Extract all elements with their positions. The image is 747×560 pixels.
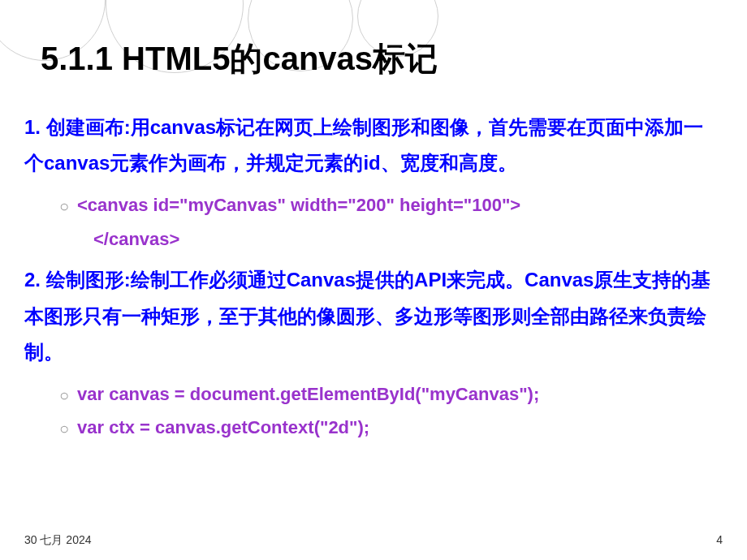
bullet-icon: ○ — [59, 413, 69, 444]
section1-code-line1: ○ <canvas id="myCanvas" width="200" heig… — [77, 188, 723, 222]
slide-content: 5.1.1 HTML5的canvas标记 1. 创建画布:用canvas标记在网… — [0, 0, 747, 461]
bullet-icon: ○ — [59, 380, 69, 411]
slide-footer: 30 七月 2024 4 — [24, 533, 723, 548]
section1-code-line2: </canvas> — [93, 222, 723, 256]
code-text: var canvas = document.getElementById("my… — [77, 384, 539, 404]
footer-date: 30 七月 2024 — [24, 533, 92, 548]
bullet-icon: ○ — [59, 191, 69, 222]
code-text: var ctx = canvas.getContext("2d"); — [77, 417, 369, 437]
section2-text: 2. 绘制图形:绘制工作必须通过Canvas提供的API来完成。Canvas原生… — [24, 262, 723, 370]
section2-code-line1: ○ var canvas = document.getElementById("… — [77, 377, 723, 411]
section2-code-line2: ○ var ctx = canvas.getContext("2d"); — [77, 411, 723, 445]
footer-page-number: 4 — [716, 533, 723, 548]
section1-text: 1. 创建画布:用canvas标记在网页上绘制图形和图像，首先需要在页面中添加一… — [24, 110, 723, 182]
slide-title: 5.1.1 HTML5的canvas标记 — [41, 37, 723, 81]
code-text: <canvas id="myCanvas" width="200" height… — [77, 195, 520, 215]
